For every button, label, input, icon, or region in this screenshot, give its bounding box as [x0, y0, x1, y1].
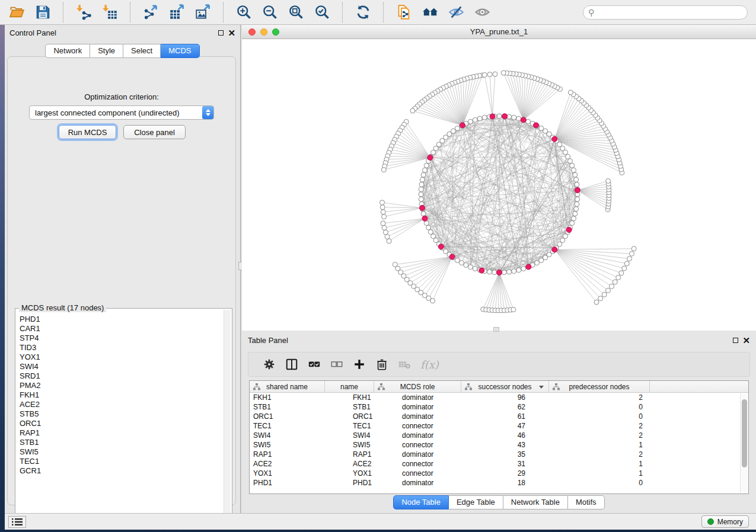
- table-scrollbar[interactable]: [740, 393, 748, 493]
- network-node[interactable]: [422, 168, 427, 172]
- close-panel-icon[interactable]: ✕: [742, 338, 750, 343]
- sort-chevron-icon[interactable]: [539, 386, 544, 389]
- network-node[interactable]: [575, 182, 579, 187]
- network-leaf-node[interactable]: [385, 235, 390, 239]
- refresh-button[interactable]: [350, 2, 376, 23]
- show-all-button[interactable]: [469, 2, 495, 23]
- export-table-button[interactable]: [164, 2, 190, 23]
- column-header-name[interactable]: name: [325, 381, 374, 392]
- mcds-node[interactable]: [420, 205, 425, 210]
- mcds-result-node[interactable]: PMA2: [20, 381, 221, 390]
- float-panel-icon[interactable]: [218, 30, 224, 36]
- network-node[interactable]: [573, 172, 578, 177]
- mcds-result-node[interactable]: SWI4: [20, 362, 221, 371]
- hide-selected-button[interactable]: [443, 2, 469, 23]
- zoom-in-button[interactable]: [231, 2, 257, 23]
- network-node[interactable]: [570, 221, 575, 226]
- network-leaf-node[interactable]: [631, 246, 636, 251]
- network-node[interactable]: [497, 114, 502, 118]
- table-row[interactable]: FKH1FKH1dominator962: [250, 393, 748, 402]
- column-header-MCDS-role[interactable]: MCDS role: [374, 381, 461, 392]
- network-leaf-node[interactable]: [381, 168, 386, 172]
- table-row[interactable]: SWI5SWI5connector431: [250, 440, 748, 450]
- network-leaf-node[interactable]: [602, 292, 607, 297]
- close-panel-icon[interactable]: ✕: [228, 30, 235, 36]
- table-row[interactable]: TEC1TEC1connector472: [250, 421, 748, 431]
- open-file-button[interactable]: [4, 2, 30, 23]
- network-node[interactable]: [539, 126, 544, 131]
- mcds-result-node[interactable]: PHD1: [20, 315, 221, 324]
- table-row[interactable]: YOX1YOX1connector291: [250, 469, 748, 478]
- network-node[interactable]: [419, 197, 423, 201]
- network-leaf-node[interactable]: [380, 205, 385, 210]
- network-node[interactable]: [516, 116, 521, 121]
- deselect-all-columns-button[interactable]: [326, 354, 348, 375]
- mcds-result-node[interactable]: GCR1: [20, 466, 221, 476]
- mcds-node[interactable]: [552, 136, 557, 142]
- tab-network-table[interactable]: Network Table: [503, 495, 568, 509]
- horizontal-divider-handle[interactable]: [493, 327, 499, 332]
- mcds-node[interactable]: [460, 123, 465, 128]
- mcds-node[interactable]: [438, 244, 444, 249]
- mcds-result-node[interactable]: YOX1: [20, 352, 221, 362]
- network-leaf-node[interactable]: [379, 200, 384, 205]
- search-input[interactable]: [583, 5, 748, 20]
- network-leaf-node[interactable]: [619, 271, 624, 275]
- network-node[interactable]: [419, 182, 424, 187]
- network-node[interactable]: [464, 262, 468, 267]
- network-node[interactable]: [535, 261, 540, 265]
- network-node[interactable]: [574, 177, 579, 182]
- column-header-predecessor-nodes[interactable]: predecessor nodes: [549, 381, 650, 392]
- network-leaf-node[interactable]: [606, 178, 611, 183]
- network-node[interactable]: [487, 270, 492, 274]
- network-node[interactable]: [426, 225, 431, 230]
- mcds-result-node[interactable]: ORC1: [20, 419, 221, 428]
- column-header-shared-name[interactable]: shared name: [250, 381, 325, 392]
- network-node[interactable]: [431, 150, 436, 155]
- tab-motifs[interactable]: Motifs: [568, 495, 605, 509]
- share-network-file-button[interactable]: [391, 2, 417, 23]
- network-leaf-node[interactable]: [568, 90, 573, 95]
- network-leaf-node[interactable]: [511, 307, 516, 312]
- mcds-node[interactable]: [449, 254, 455, 259]
- network-node[interactable]: [459, 261, 464, 265]
- network-node[interactable]: [512, 115, 516, 120]
- export-image-button[interactable]: [190, 2, 216, 23]
- mcds-result-node[interactable]: ACE2: [20, 400, 221, 409]
- delete-column-button[interactable]: [371, 354, 393, 375]
- table-row[interactable]: SWI4SWI4dominator462: [250, 431, 748, 440]
- tab-node-table[interactable]: Node Table: [393, 495, 449, 509]
- tab-network[interactable]: Network: [45, 44, 90, 58]
- mcds-result-node[interactable]: TID3: [20, 343, 221, 352]
- table-row[interactable]: PHD1PHD1dominator180: [250, 478, 748, 488]
- tab-select[interactable]: Select: [123, 44, 161, 58]
- mcds-node[interactable]: [566, 227, 572, 232]
- network-node[interactable]: [563, 234, 567, 239]
- network-node[interactable]: [419, 187, 423, 192]
- network-node[interactable]: [526, 119, 531, 124]
- network-node[interactable]: [567, 159, 572, 164]
- float-panel-icon[interactable]: [733, 338, 738, 343]
- tab-style[interactable]: Style: [90, 44, 123, 58]
- close-panel-button[interactable]: Close panel: [123, 125, 186, 139]
- network-leaf-node[interactable]: [605, 288, 610, 293]
- network-node[interactable]: [420, 177, 425, 182]
- network-leaf-node[interactable]: [482, 73, 487, 78]
- network-leaf-node[interactable]: [382, 226, 387, 230]
- run-mcds-button[interactable]: Run MCDS: [59, 125, 116, 139]
- network-leaf-node[interactable]: [627, 257, 632, 261]
- zoom-out-button[interactable]: [257, 2, 283, 23]
- mcds-node[interactable]: [422, 216, 428, 221]
- table-settings-button[interactable]: [258, 354, 280, 375]
- network-leaf-node[interactable]: [624, 261, 629, 266]
- network-node[interactable]: [575, 202, 579, 207]
- network-node[interactable]: [574, 207, 579, 211]
- network-node[interactable]: [455, 258, 460, 262]
- mcds-result-node[interactable]: STB5: [20, 409, 221, 419]
- network-leaf-node[interactable]: [501, 70, 506, 75]
- mcds-node[interactable]: [428, 155, 433, 161]
- network-leaf-node[interactable]: [493, 72, 497, 76]
- mcds-result-node[interactable]: CAR1: [20, 324, 221, 334]
- network-node[interactable]: [419, 192, 423, 197]
- mcds-result-node[interactable]: STB1: [20, 438, 221, 447]
